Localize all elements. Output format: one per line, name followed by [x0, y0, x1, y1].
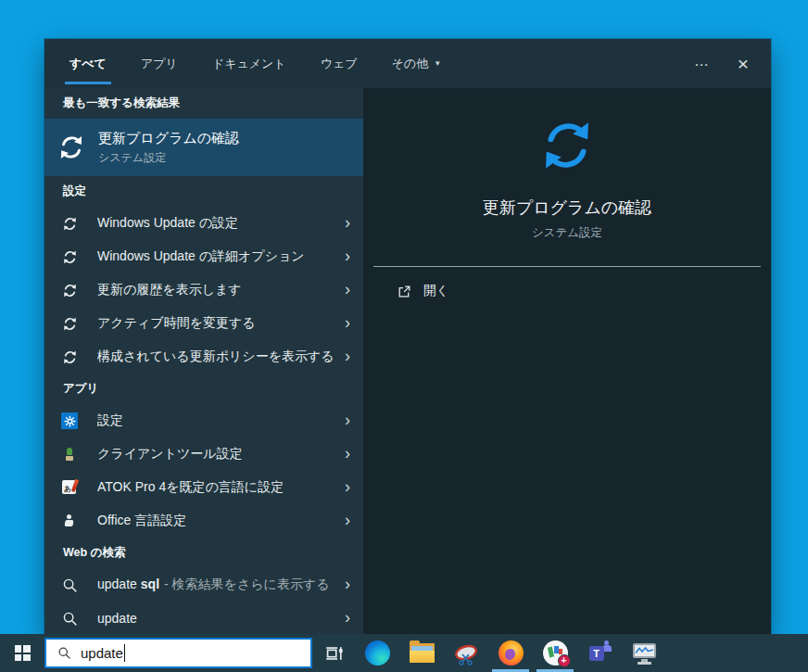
result-row-update-history[interactable]: 更新の履歴を表示します › — [44, 273, 363, 307]
preview-divider — [373, 266, 761, 267]
open-action-button[interactable]: 開く — [397, 283, 448, 299]
result-row-windows-update-settings[interactable]: Windows Update の設定 › — [44, 207, 363, 240]
taskbar: update + T — [0, 634, 808, 672]
search-icon — [57, 646, 71, 660]
firefox-icon — [499, 640, 524, 666]
search-icon — [62, 611, 78, 627]
result-row-web-update-sql[interactable]: updatesql- 検索結果をさらに表示する › — [44, 568, 363, 602]
snipping-tool-icon — [453, 641, 479, 666]
chevron-right-icon[interactable]: › — [345, 576, 350, 594]
apps-section-header: アプリ — [44, 374, 363, 404]
result-row-web-update[interactable]: update › — [44, 602, 363, 634]
tab-documents[interactable]: ドキュメント — [212, 39, 286, 88]
refresh-icon — [62, 216, 78, 232]
result-label: 設定 — [97, 412, 337, 429]
result-label: クライアントツール設定 — [97, 446, 337, 463]
chevron-down-icon: ▼ — [434, 59, 441, 68]
search-flyout-window: すべて アプリ ドキュメント ウェブ その他 ▼ … × 最も一致する検索結果 … — [44, 39, 771, 634]
result-row-active-hours[interactable]: アクティブ時間を変更する › — [44, 307, 363, 340]
search-icon — [62, 577, 78, 593]
task-view-icon — [323, 643, 344, 664]
refresh-icon — [57, 133, 85, 161]
tab-more[interactable]: その他 ▼ — [392, 39, 442, 88]
result-label: アクティブ時間を変更する — [97, 315, 337, 332]
taskbar-app-file-explorer[interactable] — [399, 634, 444, 672]
file-explorer-icon — [410, 643, 435, 663]
result-label: Office 言語設定 — [97, 513, 337, 529]
settings-section-header: 設定 — [44, 176, 363, 207]
chevron-right-icon[interactable]: › — [345, 247, 350, 266]
chevron-right-icon[interactable]: › — [345, 281, 350, 299]
best-match-section-header: 最も一致する検索結果 — [44, 88, 363, 119]
open-external-icon — [397, 284, 412, 299]
task-view-button[interactable] — [312, 634, 355, 672]
close-button[interactable]: × — [723, 39, 764, 88]
chevron-right-icon[interactable]: › — [345, 478, 350, 497]
tab-all-label: すべて — [69, 56, 107, 72]
windows-start-icon — [15, 645, 31, 661]
options-ellipsis-button[interactable]: … — [682, 39, 723, 88]
search-input-value: update — [81, 645, 123, 661]
taskbar-app-notes[interactable]: + — [533, 634, 577, 672]
result-label: 構成されている更新ポリシーを表示する — [97, 349, 337, 365]
chevron-right-icon[interactable]: › — [345, 348, 350, 366]
tab-web-label: ウェブ — [321, 56, 358, 72]
microsoft-teams-icon: T — [587, 641, 612, 666]
result-row-atok-default-language[interactable]: あ ATOK Pro 4を既定の言語に設定 › — [44, 471, 363, 504]
chevron-right-icon[interactable]: › — [345, 214, 350, 233]
start-button[interactable] — [0, 634, 44, 672]
tab-apps[interactable]: アプリ — [141, 39, 178, 88]
web-search-section-header: Web の検索 — [44, 538, 363, 568]
result-label: Windows Update の設定 — [97, 215, 337, 232]
preview-subtitle: システム設定 — [532, 225, 602, 241]
office-language-icon — [61, 513, 78, 529]
atok-icon: あ — [61, 479, 78, 496]
taskbar-search-input[interactable]: update — [44, 638, 312, 668]
client-tools-icon — [61, 446, 78, 463]
taskbar-app-teams[interactable]: T — [577, 634, 622, 672]
refresh-icon — [62, 283, 78, 298]
taskbar-app-firefox[interactable] — [488, 634, 533, 672]
result-row-settings-app[interactable]: 設定 › — [44, 404, 363, 437]
microsoft-edge-icon — [365, 640, 390, 666]
search-filter-tabs: すべて アプリ ドキュメント ウェブ その他 ▼ … × — [44, 39, 771, 88]
best-match-subtitle: システム設定 — [98, 150, 239, 166]
tab-more-label: その他 — [392, 56, 429, 72]
refresh-icon — [62, 349, 78, 365]
result-row-office-language-settings[interactable]: Office 言語設定 › — [44, 504, 363, 538]
result-label: 更新の履歴を表示します — [97, 282, 337, 298]
search-results-panel: 最も一致する検索結果 更新プログラムの確認 システム設定 設定 Windows … — [44, 88, 363, 634]
system-monitor-icon — [632, 641, 657, 666]
chevron-right-icon[interactable]: › — [345, 314, 350, 333]
taskbar-app-snipping-tool[interactable] — [444, 634, 488, 672]
text-caret — [124, 644, 126, 662]
result-label: updatesql- 検索結果をさらに表示する — [97, 577, 337, 593]
chevron-right-icon[interactable]: › — [345, 609, 350, 628]
preview-panel: 更新プログラムの確認 システム設定 開く — [363, 88, 771, 634]
tab-web[interactable]: ウェブ — [321, 39, 358, 88]
chevron-right-icon[interactable]: › — [345, 445, 350, 463]
taskbar-app-edge[interactable] — [355, 634, 399, 672]
result-row-update-policies[interactable]: 構成されている更新ポリシーを表示する › — [44, 340, 363, 374]
refresh-icon — [62, 249, 78, 265]
desktop: { "colors": { "desktop_blue": "#0ca0e3",… — [0, 0, 808, 672]
chevron-right-icon[interactable]: › — [345, 412, 350, 430]
settings-gear-icon — [61, 412, 78, 429]
result-label: Windows Update の詳細オプション — [97, 248, 337, 265]
open-action-label: 開く — [423, 283, 448, 299]
refresh-icon — [538, 117, 596, 174]
chevron-right-icon[interactable]: › — [345, 512, 350, 530]
tab-documents-label: ドキュメント — [212, 56, 286, 72]
tab-all[interactable]: すべて — [69, 39, 107, 88]
result-label: ATOK Pro 4を既定の言語に設定 — [97, 479, 337, 496]
result-row-client-tools[interactable]: クライアントツール設定 › — [44, 437, 363, 471]
plus-badge: + — [558, 654, 571, 667]
notes-app-icon: + — [543, 640, 568, 666]
taskbar-app-system-monitor[interactable] — [622, 634, 666, 672]
best-match-result[interactable]: 更新プログラムの確認 システム設定 — [44, 119, 363, 176]
best-match-title: 更新プログラムの確認 — [98, 130, 239, 147]
tab-apps-label: アプリ — [141, 56, 178, 72]
refresh-icon — [62, 316, 78, 332]
result-label: update — [97, 611, 337, 626]
result-row-windows-update-advanced-options[interactable]: Windows Update の詳細オプション › — [44, 240, 363, 273]
